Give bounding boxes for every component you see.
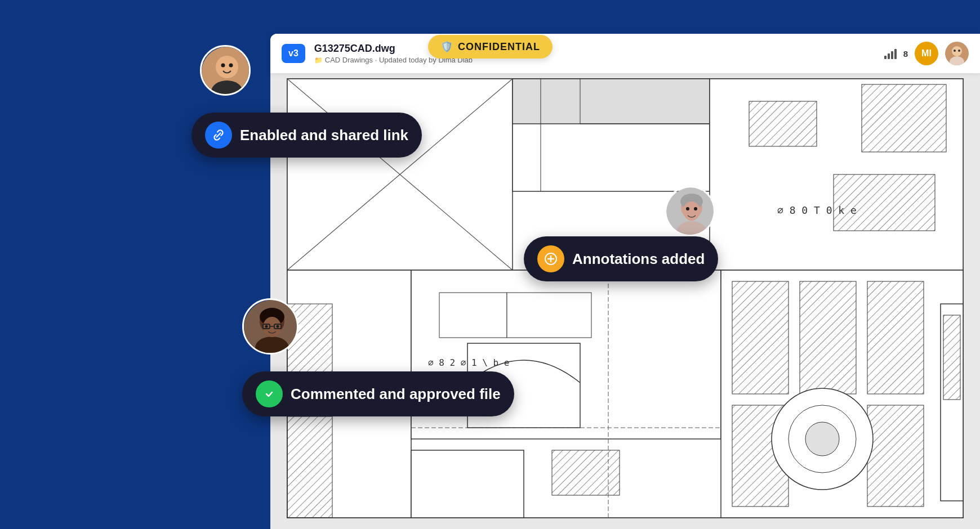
svg-rect-22 (507, 293, 591, 338)
svg-rect-34 (411, 450, 524, 518)
svg-point-48 (221, 64, 225, 68)
annotation-icon (537, 245, 564, 272)
header-right: 8 MI (884, 42, 969, 65)
svg-rect-28 (867, 281, 924, 394)
svg-point-70 (264, 388, 275, 400)
svg-text:⌀ 8 2 ⌀ 1 \ b e: ⌀ 8 2 ⌀ 1 \ b e (428, 357, 510, 368)
svg-rect-13 (862, 84, 946, 152)
svg-rect-14 (834, 174, 935, 231)
confidential-label: CONFIDENTIAL (458, 41, 540, 53)
user-avatar-4 (665, 186, 715, 236)
svg-point-58 (265, 325, 268, 328)
avatar-initials: MI (921, 48, 932, 59)
svg-point-59 (277, 325, 279, 328)
shared-link-notification[interactable]: Enabled and shared link (191, 113, 422, 158)
svg-rect-6 (513, 79, 710, 124)
checkmark-icon (256, 380, 283, 407)
shared-link-text: Enabled and shared link (240, 127, 408, 144)
file-meta: 📁 CAD Drawings · Updated today by Dima D… (314, 56, 884, 64)
header-bar: v3 G13275CAD.dwg 📁 CAD Drawings · Update… (270, 34, 980, 73)
version-badge: v3 (282, 44, 305, 63)
approved-text: Commented and approved file (291, 385, 501, 403)
user-avatar-2[interactable] (945, 42, 969, 65)
shield-icon: 🛡️ (440, 41, 453, 53)
user-avatar-mi[interactable]: MI (915, 42, 938, 65)
blue-background (0, 0, 315, 529)
file-name: G13275CAD.dwg (314, 43, 884, 55)
user-avatar-3 (242, 298, 299, 355)
folder-icon: 📁 (314, 56, 323, 64)
link-icon (205, 122, 232, 149)
svg-rect-35 (552, 450, 620, 495)
svg-rect-27 (800, 281, 856, 394)
svg-point-33 (805, 422, 839, 456)
annotations-text: Annotations added (572, 250, 705, 268)
cad-drawing-svg: ⌀ 8 0 T 0 k e ⌀ 8 2 ⌀ 1 \ b e (270, 34, 980, 529)
svg-point-41 (952, 46, 962, 56)
svg-rect-19 (287, 416, 332, 518)
annotations-notification[interactable]: Annotations added (524, 236, 718, 281)
signal-bars-icon (884, 48, 897, 59)
confidential-badge: 🛡️ CONFIDENTIAL (428, 35, 553, 59)
svg-point-43 (954, 50, 956, 52)
svg-rect-26 (732, 281, 789, 394)
file-info: G13275CAD.dwg 📁 CAD Drawings · Updated t… (314, 43, 884, 64)
svg-rect-21 (439, 293, 507, 338)
svg-point-64 (683, 201, 700, 221)
user-avatar-1 (200, 45, 251, 96)
approved-notification[interactable]: Commented and approved file (242, 371, 514, 416)
svg-rect-30 (867, 405, 924, 506)
svg-point-44 (958, 50, 960, 52)
svg-point-46 (216, 56, 238, 78)
svg-rect-39 (943, 315, 960, 400)
svg-point-65 (686, 207, 689, 210)
svg-point-66 (694, 207, 697, 210)
cad-drawing-panel: ⌀ 8 0 T 0 k e ⌀ 8 2 ⌀ 1 \ b e (270, 34, 980, 529)
svg-point-49 (229, 64, 233, 68)
svg-rect-12 (749, 101, 817, 146)
svg-text:⌀ 8 0 T 0 k e: ⌀ 8 0 T 0 k e (777, 204, 857, 216)
signal-count: 8 (903, 49, 908, 59)
